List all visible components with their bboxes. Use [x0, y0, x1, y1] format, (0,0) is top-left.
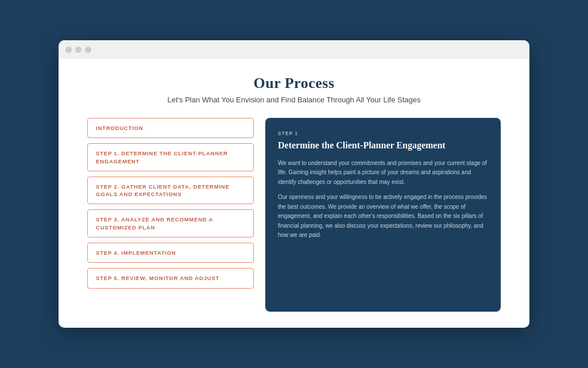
detail-title: Determine the Client-Planner Engagement: [278, 140, 488, 152]
nav-item-step1[interactable]: STEP 1. DETERMINE THE CLIENT-PLANNER ENG…: [87, 143, 254, 171]
nav-item-step5[interactable]: STEP 5. REVIEW, MONITOR AND ADJUST: [87, 268, 254, 288]
nav-item-step4[interactable]: STEP 4. IMPLEMENTATION: [87, 243, 254, 263]
page-subtitle: Let's Plan What You Envision and Find Ba…: [87, 95, 501, 104]
step-label: STEP 1: [278, 131, 488, 136]
minimize-dot: [75, 47, 82, 53]
nav-item-step2[interactable]: STEP 2. GATHER CLIENT DATA, DETERMINE GO…: [87, 177, 254, 205]
maximize-dot: [85, 47, 91, 53]
page-content: Our Process Let's Plan What You Envision…: [59, 59, 529, 328]
browser-titlebar: [59, 40, 529, 59]
nav-list: INTRODUCTIONSTEP 1. DETERMINE THE CLIENT…: [87, 118, 254, 312]
detail-paragraph-2: Our openness and your willingness to be …: [278, 193, 488, 240]
detail-body: We want to understand your commitments a…: [278, 159, 488, 240]
nav-item-intro[interactable]: INTRODUCTION: [87, 118, 254, 138]
content-area: INTRODUCTIONSTEP 1. DETERMINE THE CLIENT…: [87, 118, 501, 312]
detail-panel: STEP 1 Determine the Client-Planner Enga…: [265, 118, 501, 312]
page-header: Our Process Let's Plan What You Envision…: [87, 75, 501, 104]
detail-paragraph-1: We want to understand your commitments a…: [278, 159, 488, 187]
close-dot: [65, 47, 72, 53]
browser-window: Our Process Let's Plan What You Envision…: [59, 40, 529, 328]
nav-item-step3[interactable]: STEP 3. ANALYZE AND RECOMMEND A CUSTOMIZ…: [87, 209, 254, 237]
page-title: Our Process: [87, 75, 501, 92]
